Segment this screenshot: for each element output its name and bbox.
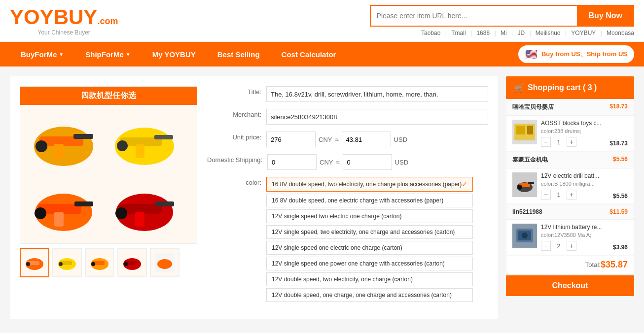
logo-buy: BUY	[54, 5, 98, 29]
search-area: Buy Now Taobao | Tmall | 1688 | Mi | JD …	[370, 5, 634, 36]
unit-price-inputs: CNY ≈ USD	[266, 132, 407, 147]
us-flag-icon: 🇺🇸	[525, 48, 537, 60]
cny-label-1: CNY	[319, 136, 332, 143]
svg-point-22	[26, 262, 30, 266]
svg-rect-7	[154, 135, 173, 139]
cart-store-3-name: lin5211988	[512, 208, 542, 215]
site-link-yoybuy[interactable]: YOYBUY	[571, 30, 596, 36]
us-badge-text: Buy from US、Ship from US	[541, 50, 627, 59]
site-link-meilishuo[interactable]: Meilishuo	[536, 30, 561, 36]
color-option-2[interactable]: 12V single speed two electric one charge…	[266, 209, 473, 223]
unit-price-row: Unit price: CNY ≈ USD	[207, 132, 488, 147]
site-link-taobao[interactable]: Taobao	[421, 30, 440, 36]
svg-rect-14	[54, 212, 64, 227]
svg-point-28	[91, 262, 95, 266]
logo-yoy: YOY	[10, 5, 54, 29]
svg-rect-2	[73, 134, 93, 139]
cart-item-1-qty: − 1 +	[541, 137, 606, 147]
site-link-mi[interactable]: Mi	[501, 30, 507, 36]
unit-price-usd-input[interactable]	[342, 132, 391, 147]
cart-item-3-qty: − 2 +	[541, 241, 609, 251]
thumbnail-1[interactable]	[20, 248, 49, 277]
svg-point-3	[36, 140, 47, 152]
unit-price-cny-input[interactable]	[266, 132, 316, 147]
domestic-shipping-cny-input[interactable]	[267, 154, 317, 170]
logo-main: YOY BUY .com	[10, 5, 118, 29]
domestic-shipping-row: Domestic Shipping: CNY ≈ USD	[207, 154, 488, 170]
qty-decrease-3[interactable]: −	[541, 241, 551, 251]
usd-label-1: USD	[394, 136, 407, 143]
title-row: Title:	[207, 86, 488, 102]
svg-rect-19	[135, 212, 144, 227]
color-option-3[interactable]: 12V single speed, two electricity, one c…	[266, 225, 473, 239]
check-icon: ✓	[462, 180, 467, 188]
approx-symbol-2: ≈	[336, 159, 339, 166]
qty-increase-2[interactable]: +	[567, 190, 576, 200]
qty-decrease-1[interactable]: −	[541, 137, 551, 147]
header: YOY BUY .com Your Chinese Buyer Buy Now …	[0, 0, 644, 42]
color-options: 16 8V double speed, two electricity, one…	[266, 177, 473, 302]
color-option-4[interactable]: 12V single speed one electric one charge…	[266, 241, 473, 255]
thumbnail-4[interactable]	[117, 248, 147, 277]
cart-sidebar: 🛒 Shopping cart ( 3 ) 嘻哈宝贝母婴店 $18.73 AOS…	[506, 76, 634, 319]
site-links: Taobao | Tmall | 1688 | Mi | JD | Meilis…	[421, 30, 634, 36]
thumbnail-5[interactable]	[150, 248, 179, 277]
merchant-input[interactable]	[266, 109, 488, 125]
domestic-shipping-inputs: CNY ≈ USD	[267, 154, 408, 170]
product-images: 四款机型任你选	[20, 86, 197, 309]
search-input[interactable]	[370, 5, 577, 27]
chevron-down-icon: ▼	[59, 52, 64, 57]
cart-item-1-title: AOSST blocks toys c...	[541, 120, 605, 127]
main-product-image: 四款机型任你选	[20, 86, 197, 244]
cart-title: Shopping cart ( 3 )	[528, 83, 597, 92]
svg-point-18	[115, 207, 127, 219]
buy-now-button[interactable]: Buy Now	[577, 5, 634, 27]
checkout-button[interactable]: Checkout	[506, 275, 634, 296]
site-link-1688[interactable]: 1688	[476, 30, 490, 36]
svg-rect-35	[516, 126, 525, 134]
site-link-jd[interactable]: JD	[517, 30, 525, 36]
qty-increase-3[interactable]: +	[567, 241, 576, 251]
nav-item-costcalculator[interactable]: Cost Calculator	[271, 42, 347, 67]
cart-store-2: 泰豪五金机电 $5.56 12V electric drill batt... …	[506, 152, 634, 204]
qty-increase-1[interactable]: +	[567, 137, 576, 147]
thumbnail-2[interactable]	[52, 248, 82, 277]
title-input[interactable]	[266, 86, 488, 102]
cart-header: 🛒 Shopping cart ( 3 )	[506, 76, 634, 99]
nav-item-myyoybuy[interactable]: My YOYBUY	[142, 42, 207, 67]
drill-image-1	[24, 107, 103, 173]
thumbnails	[20, 248, 197, 277]
cart-item-1-price: $18.73	[609, 140, 628, 147]
search-row: Buy Now	[370, 5, 634, 27]
cart-store-1-name: 嘻哈宝贝母婴店	[512, 103, 554, 111]
domestic-shipping-usd-input[interactable]	[343, 154, 392, 170]
cart-item-2-qty: − 1 +	[541, 190, 609, 200]
cart-item-3-info: 12V lithium battery re... color:12V3500 …	[541, 224, 609, 251]
domestic-shipping-label: Domestic Shipping:	[207, 154, 262, 164]
color-option-5[interactable]: 12V single speed one power one charge wi…	[266, 257, 473, 270]
nav-item-buyforme[interactable]: BuyForMe ▼	[10, 42, 74, 67]
thumbnail-3[interactable]	[85, 248, 114, 277]
cart-store-1-header: 嘻哈宝贝母婴店 $18.73	[506, 99, 634, 116]
cart-item-2-info: 12V electric drill batt... color:B 1800 …	[541, 172, 609, 200]
nav-item-bestselling[interactable]: Best Selling	[207, 42, 271, 67]
color-option-6[interactable]: 12V double speed, two electricity, one c…	[266, 272, 473, 286]
cart-store-3-price: $11.59	[609, 208, 628, 215]
color-option-1[interactable]: 16 8V double speed, one electric charge …	[266, 194, 473, 207]
cart-item-1-info: AOSST blocks toys c... color:238 drums; …	[541, 120, 606, 147]
approx-symbol-1: ≈	[335, 136, 338, 143]
drill-image-3	[24, 175, 103, 242]
cart-total-label: Total:	[585, 261, 601, 268]
color-option-0[interactable]: 16 8V double speed, two electricity, one…	[266, 177, 473, 192]
product-section: 四款机型任你选	[10, 76, 498, 319]
us-badge[interactable]: 🇺🇸 Buy from US、Ship from US	[518, 45, 634, 63]
qty-decrease-2[interactable]: −	[541, 190, 551, 200]
nav-item-shipforme[interactable]: ShipForMe ▼	[74, 42, 141, 67]
cart-store-2-header: 泰豪五金机电 $5.56	[506, 152, 634, 168]
svg-rect-17	[155, 201, 174, 206]
cart-item-3-color: color:12V3500 Ma A;	[541, 232, 609, 238]
site-link-tmall[interactable]: Tmall	[451, 30, 465, 36]
site-link-moonbasa[interactable]: Moonbasa	[607, 30, 634, 36]
color-option-7[interactable]: 12V double speed, one charge, one charge…	[266, 288, 473, 302]
chevron-down-icon: ▼	[126, 52, 131, 57]
